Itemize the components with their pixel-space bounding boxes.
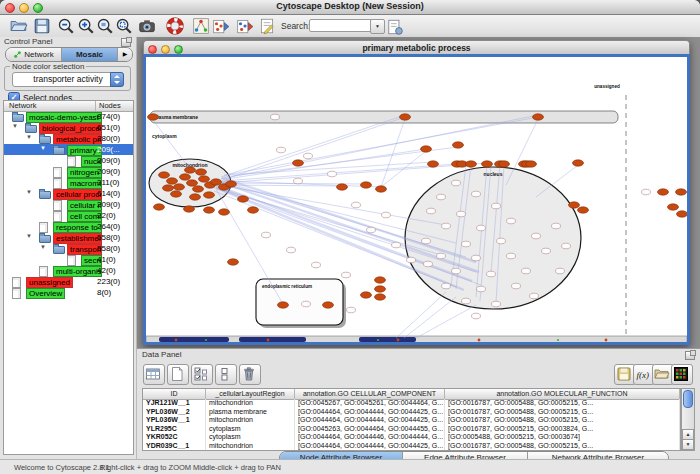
table-cell[interactable]: YLR295C: [143, 425, 206, 434]
zoom-selected-icon[interactable]: [96, 17, 114, 35]
network-node[interactable]: [552, 223, 561, 229]
network-edge[interactable]: [221, 115, 405, 177]
network-node-selected[interactable]: [193, 186, 204, 192]
network-node[interactable]: [392, 242, 401, 248]
network-node[interactable]: [542, 248, 551, 254]
network-node-selected[interactable]: [248, 207, 259, 213]
table-cell[interactable]: YKR052C: [143, 433, 206, 442]
table-column-header[interactable]: annotation.GO CELLULAR_COMPONENT: [295, 389, 445, 399]
network-node[interactable]: [532, 233, 541, 239]
network-node-selected[interactable]: [185, 167, 196, 173]
node-color-dropdown[interactable]: transporter activity: [12, 72, 124, 87]
select-attributes-icon[interactable]: [191, 364, 213, 385]
network-node-selected[interactable]: [337, 184, 348, 190]
tree-expander-icon[interactable]: ▼: [40, 244, 46, 250]
table-cell[interactable]: [GO:0044464, GO:0044444, GO:0044425, G..…: [295, 408, 445, 417]
table-scrollbar[interactable]: ▲ ▼: [681, 388, 695, 451]
network-node-selected[interactable]: [453, 142, 464, 148]
network-node[interactable]: [407, 257, 416, 263]
float-panel-icon[interactable]: [121, 38, 131, 47]
network-node-selected[interactable]: [573, 160, 584, 166]
network-node-selected[interactable]: [533, 114, 544, 120]
network-node[interactable]: [477, 286, 486, 292]
zoom-out-icon[interactable]: [57, 17, 75, 35]
network-node-selected[interactable]: [159, 172, 170, 178]
region-nucleus[interactable]: [405, 167, 581, 309]
attribute-table[interactable]: ID_cellularLayoutRegionannotation.GO CEL…: [142, 388, 681, 451]
network-node[interactable]: [522, 268, 531, 274]
tab-mosaic[interactable]: Mosaic: [62, 48, 118, 61]
network-node[interactable]: [472, 313, 481, 319]
tree-row[interactable]: ▼biological_process651(0): [4, 122, 133, 133]
network-node[interactable]: [442, 223, 451, 229]
unselect-attributes-icon[interactable]: [215, 364, 237, 385]
tree-row[interactable]: ▼cellular process614(0): [4, 188, 133, 199]
delete-attribute-icon[interactable]: [239, 364, 261, 385]
tree-row[interactable]: cell communicat22(0): [4, 210, 133, 221]
table-cell[interactable]: mitochondrion: [206, 399, 295, 408]
network-node[interactable]: [271, 114, 280, 120]
network-node[interactable]: [492, 301, 501, 307]
network-node[interactable]: [472, 191, 481, 197]
network-node[interactable]: [424, 261, 433, 267]
network-canvas[interactable]: plasma membranecytoplasmmitochondrionnuc…: [143, 54, 690, 345]
region-plasma-membrane[interactable]: [150, 111, 618, 123]
network-node-selected[interactable]: [180, 174, 191, 180]
network-node[interactable]: [437, 253, 446, 259]
table-cell[interactable]: [GO:0045263, GO:0044464, GO:0044455, G..…: [295, 425, 445, 434]
network-node-selected[interactable]: [219, 209, 230, 215]
zoom-fit-icon[interactable]: [115, 17, 133, 35]
network-edge[interactable]: [404, 297, 456, 338]
network-node-selected[interactable]: [238, 196, 249, 202]
scroll-down-icon[interactable]: ▼: [682, 439, 694, 450]
network-node-selected[interactable]: [361, 292, 372, 298]
network-node[interactable]: [507, 253, 516, 259]
network-node[interactable]: [457, 211, 466, 217]
network-node[interactable]: [442, 283, 451, 289]
table-cell[interactable]: [GO:0016787, GO:0005215, GO:0003824, G..…: [445, 425, 680, 434]
network-node-selected[interactable]: [163, 185, 174, 191]
network-node-selected[interactable]: [211, 179, 222, 185]
network-node-selected[interactable]: [400, 114, 411, 120]
network-node[interactable]: [642, 189, 651, 195]
table-row[interactable]: YPL036W__1mitochondrion[GO:0044464, GO:0…: [143, 416, 680, 425]
network-node[interactable]: [462, 298, 471, 304]
table-cell[interactable]: YPL036W__1: [143, 416, 206, 425]
tree-row[interactable]: nucleobase-209(0): [4, 155, 133, 166]
tree-row[interactable]: ▼transport558(0): [4, 243, 133, 254]
table-cell[interactable]: cytoplasm: [206, 433, 295, 442]
network-node-selected[interactable]: [226, 181, 237, 187]
table-cell[interactable]: YDR039C__1: [143, 442, 206, 451]
network-node[interactable]: [530, 293, 539, 299]
network-node-selected[interactable]: [190, 194, 201, 200]
search-options-icon[interactable]: [386, 18, 404, 36]
tree-row[interactable]: ▼establishment of lo558(0): [4, 232, 133, 243]
network-node-selected[interactable]: [569, 202, 580, 208]
table-cell[interactable]: cytoplasm: [206, 425, 295, 434]
network-node-selected[interactable]: [375, 277, 386, 283]
network-node[interactable]: [427, 208, 436, 214]
network-node-selected[interactable]: [204, 207, 215, 213]
network-node[interactable]: [452, 268, 461, 274]
table-cell[interactable]: mitochondrion: [206, 416, 295, 425]
layout-blue-icon[interactable]: [236, 17, 254, 35]
table-cell[interactable]: mitochondrion: [206, 442, 295, 451]
snapshot-icon[interactable]: [138, 17, 156, 35]
float-data-panel-icon[interactable]: [685, 351, 695, 360]
network-node-selected[interactable]: [293, 160, 304, 166]
network-node[interactable]: [287, 247, 296, 253]
network-node[interactable]: [277, 147, 286, 153]
network-node-selected[interactable]: [278, 302, 289, 308]
network-node[interactable]: [452, 180, 461, 186]
table-row[interactable]: YPL036W__2plasma membrane[GO:0044464, GO…: [143, 408, 680, 417]
network-node[interactable]: [422, 238, 431, 244]
network-node[interactable]: [477, 225, 486, 231]
network-node-selected[interactable]: [376, 186, 387, 192]
table-cell[interactable]: [GO:0044464, GO:0044444, GO:0044425, G..…: [295, 442, 445, 451]
network-node-selected[interactable]: [526, 161, 537, 167]
help-icon[interactable]: [166, 17, 184, 35]
network-node-selected[interactable]: [676, 189, 687, 195]
table-row[interactable]: YJR121W__1mitochondrion[GO:0045267, GO:0…: [143, 399, 680, 408]
network-node-selected[interactable]: [184, 206, 195, 212]
network-node[interactable]: [347, 307, 356, 313]
